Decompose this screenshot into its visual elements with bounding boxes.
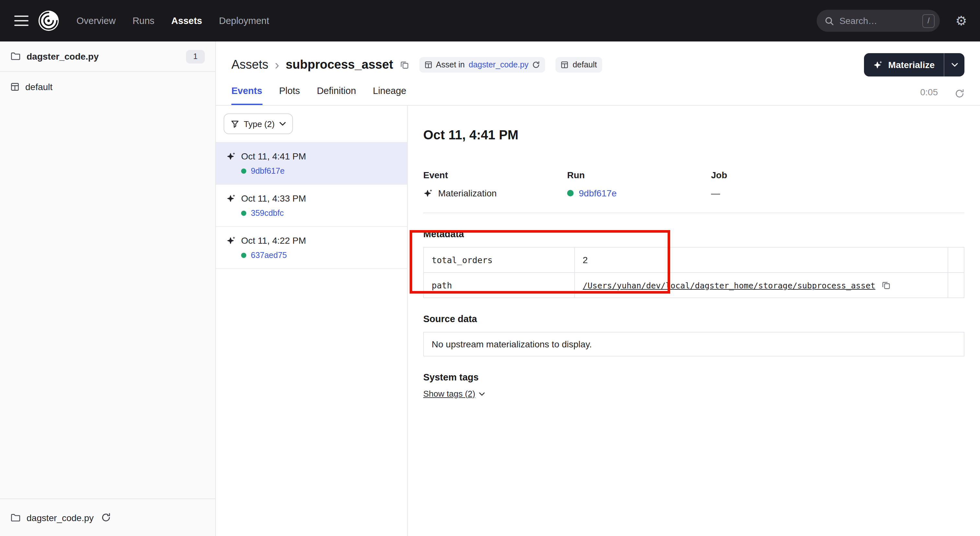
materialization-icon xyxy=(423,189,433,198)
reload-code-location-icon[interactable] xyxy=(101,513,110,522)
run-link[interactable]: 9dbf617e xyxy=(579,188,617,198)
table-row: path /Users/yuhan/dev/local/dagster_home… xyxy=(423,272,964,298)
tab-events[interactable]: Events xyxy=(231,86,262,105)
event-list-item[interactable]: Oct 11, 4:33 PM 359cdbfc xyxy=(216,185,407,227)
dagster-logo[interactable] xyxy=(38,10,60,32)
nav-assets[interactable]: Assets xyxy=(172,16,202,26)
asset-header: Assets › subprocess_asset Asset in dags xyxy=(216,41,980,106)
breadcrumb: Assets › subprocess_asset Asset in dags xyxy=(231,52,964,78)
type-filter-button[interactable]: Type (2) xyxy=(224,113,293,134)
nav-overview[interactable]: Overview xyxy=(76,16,116,26)
menu-icon[interactable] xyxy=(14,13,29,29)
metadata-heading: Metadata xyxy=(423,229,964,239)
metadata-value: 2 xyxy=(574,247,948,272)
sidebar-item-label: default xyxy=(25,82,52,92)
sidebar-footer-code-location[interactable]: dagster_code.py xyxy=(0,498,215,536)
event-detail-title: Oct 11, 4:41 PM xyxy=(423,128,964,143)
metadata-table: total_orders 2 path /Users/yuhan/dev/loc… xyxy=(423,247,964,298)
repo-tag[interactable]: default xyxy=(556,57,602,73)
show-tags-link[interactable]: Show tags (2) xyxy=(423,389,485,399)
asset-location-tag[interactable]: Asset in dagster_code.py xyxy=(419,57,546,73)
asset-grid-icon xyxy=(424,61,432,69)
asset-tabs: Events Plots Definition Lineage 0:05 xyxy=(231,86,964,105)
materialize-button-label: Materialize xyxy=(888,60,935,70)
event-summary-row: Event Materialization Run 9dbf617e xyxy=(423,170,964,198)
asset-tag-prefix: Asset in xyxy=(436,60,465,69)
materialization-icon xyxy=(226,152,236,161)
reload-icon[interactable] xyxy=(533,61,540,69)
run-link[interactable]: 9dbf617e xyxy=(251,167,285,176)
filter-bar: Type (2) xyxy=(216,106,407,143)
copy-asset-name-icon[interactable] xyxy=(399,60,409,69)
search-input[interactable]: Search… / xyxy=(817,10,940,32)
filter-funnel-icon xyxy=(231,119,239,128)
system-tags-heading: System tags xyxy=(423,372,964,382)
tab-lineage[interactable]: Lineage xyxy=(373,86,406,105)
event-label: Event xyxy=(423,170,567,180)
chevron-down-icon xyxy=(279,122,285,126)
materialization-icon xyxy=(226,194,236,203)
search-icon xyxy=(824,16,834,25)
events-content: Type (2) Oct 11, 4:41 PM 9dbf617e xyxy=(216,106,980,536)
copy-path-icon[interactable] xyxy=(881,281,890,290)
metadata-key: path xyxy=(423,272,574,298)
run-link[interactable]: 637aed75 xyxy=(251,251,287,260)
breadcrumb-separator: › xyxy=(275,57,279,72)
sidebar-item-label: dagster_code.py xyxy=(27,51,99,62)
tab-definition[interactable]: Definition xyxy=(317,86,356,105)
materialization-icon xyxy=(226,236,236,245)
run-label: Run xyxy=(567,170,711,180)
search-shortcut-badge: / xyxy=(922,14,935,27)
metadata-value: /Users/yuhan/dev/local/dagster_home/stor… xyxy=(574,272,948,298)
code-location-link[interactable]: dagster_code.py xyxy=(469,60,528,69)
sparkle-icon xyxy=(873,60,883,69)
event-list-item[interactable]: Oct 11, 4:22 PM 637aed75 xyxy=(216,227,407,269)
run-status-dot xyxy=(567,190,574,196)
nav-deployment[interactable]: Deployment xyxy=(219,16,269,26)
top-navbar: Overview Runs Assets Deployment Search… … xyxy=(0,0,980,41)
sidebar-item-code-location[interactable]: dagster_code.py 1 xyxy=(0,41,215,72)
dagster-logo-icon xyxy=(38,10,60,32)
path-link[interactable]: /Users/yuhan/dev/local/dagster_home/stor… xyxy=(583,280,875,290)
asset-count-badge: 1 xyxy=(186,49,205,63)
folder-icon xyxy=(10,513,21,522)
events-list-panel: Type (2) Oct 11, 4:41 PM 9dbf617e xyxy=(216,106,408,536)
filter-label: Type (2) xyxy=(244,119,275,129)
repo-grid-icon xyxy=(561,61,569,69)
show-tags-label: Show tags (2) xyxy=(423,389,475,399)
divider xyxy=(423,213,964,213)
metadata-extra-cell xyxy=(948,272,964,298)
event-list-item[interactable]: Oct 11, 4:41 PM 9dbf617e xyxy=(216,143,407,185)
settings-gear-icon[interactable]: ⚙ xyxy=(955,14,967,27)
sidebar-item-default-repo[interactable]: default xyxy=(0,72,215,102)
primary-nav: Overview Runs Assets Deployment xyxy=(76,16,269,26)
metadata-extra-cell xyxy=(948,247,964,272)
event-time-label: Oct 11, 4:41 PM xyxy=(241,151,306,161)
event-time-label: Oct 11, 4:22 PM xyxy=(241,235,306,246)
run-link[interactable]: 359cdbfc xyxy=(251,209,283,218)
chevron-down-icon xyxy=(951,63,958,67)
app-root: Overview Runs Assets Deployment Search… … xyxy=(0,0,980,536)
table-row: total_orders 2 xyxy=(423,247,964,272)
search-placeholder: Search… xyxy=(839,16,917,26)
run-status-dot xyxy=(241,169,246,174)
sidebar: dagster_code.py 1 default dagster_code.p… xyxy=(0,41,216,536)
event-time-label: Oct 11, 4:33 PM xyxy=(241,193,306,204)
main-content: Assets › subprocess_asset Asset in dags xyxy=(216,41,980,536)
source-data-empty-text: No upstream materializations to display. xyxy=(432,339,592,349)
job-label: Job xyxy=(711,170,964,180)
event-type-value: Materialization xyxy=(438,188,497,198)
refresh-icon[interactable] xyxy=(955,89,964,105)
run-status-dot xyxy=(241,211,246,216)
nav-runs[interactable]: Runs xyxy=(132,16,154,26)
breadcrumb-assets-link[interactable]: Assets xyxy=(231,58,268,72)
metadata-key: total_orders xyxy=(423,247,574,272)
tab-plots[interactable]: Plots xyxy=(279,86,300,105)
source-data-heading: Source data xyxy=(423,314,964,324)
materialize-dropdown-button[interactable] xyxy=(944,53,964,76)
run-status-dot xyxy=(241,253,246,258)
materialize-button[interactable]: Materialize xyxy=(864,53,944,76)
folder-icon xyxy=(10,52,21,61)
job-value: — xyxy=(711,188,964,198)
page-title: subprocess_asset xyxy=(285,58,393,72)
